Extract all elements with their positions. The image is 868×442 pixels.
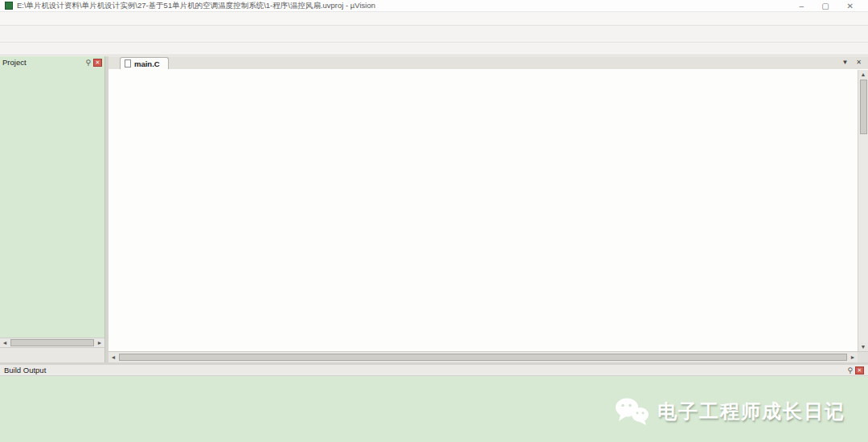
scroll-left-icon[interactable]: ◄ bbox=[0, 338, 10, 347]
scroll-right-icon[interactable]: ► bbox=[848, 353, 858, 362]
project-panel-tabs bbox=[0, 347, 104, 362]
project-panel-title: Project bbox=[2, 58, 27, 67]
editor-tab-bar: main.C ▼ ✕ bbox=[108, 56, 868, 70]
scroll-up-icon[interactable]: ▲ bbox=[858, 70, 868, 79]
wechat-icon bbox=[614, 397, 649, 426]
scroll-down-icon[interactable]: ▼ bbox=[858, 342, 868, 351]
close-button[interactable]: ✕ bbox=[847, 1, 854, 11]
project-tree bbox=[0, 68, 104, 338]
build-output-title: Build Output bbox=[4, 366, 46, 374]
code-editor[interactable] bbox=[108, 70, 858, 351]
maximize-button[interactable]: ▢ bbox=[821, 1, 829, 11]
scroll-left-icon[interactable]: ◄ bbox=[108, 353, 118, 362]
minimize-button[interactable]: – bbox=[800, 1, 805, 11]
tab-close-icon[interactable]: ✕ bbox=[856, 59, 862, 66]
project-hscrollbar[interactable]: ◄ ► bbox=[0, 338, 104, 347]
tab-list-dropdown-icon[interactable]: ▼ bbox=[841, 59, 848, 66]
uvision-window: E:\单片机设计资料\单片机设计实例\27-基于51单片机的空调温度控制系统\1… bbox=[0, 0, 868, 442]
title-bar: E:\单片机设计资料\单片机设计实例\27-基于51单片机的空调温度控制系统\1… bbox=[0, 0, 868, 12]
build-output-close-icon[interactable]: ✕ bbox=[855, 366, 864, 374]
watermark-text: 电子工程师成长日记 bbox=[657, 399, 845, 424]
menu-bar bbox=[0, 12, 868, 25]
scroll-right-icon[interactable]: ► bbox=[95, 338, 104, 347]
app-icon bbox=[5, 2, 13, 10]
pin-icon[interactable]: ⚲ bbox=[847, 366, 853, 374]
build-toolbar bbox=[0, 43, 868, 55]
main-toolbar bbox=[0, 25, 868, 43]
build-output-log: 电子工程师成长日记 bbox=[0, 376, 868, 442]
project-panel-close-icon[interactable]: ✕ bbox=[93, 59, 102, 67]
editor-hscrollbar[interactable]: ◄ ► bbox=[108, 351, 868, 362]
editor-vscrollbar[interactable]: ▲ ▼ bbox=[858, 70, 868, 351]
editor-area: main.C ▼ ✕ ▲ ▼ ◄ ► bbox=[108, 56, 868, 362]
window-title: E:\单片机设计资料\单片机设计实例\27-基于51单片机的空调温度控制系统\1… bbox=[17, 1, 375, 11]
tab-main-c[interactable]: main.C bbox=[120, 57, 169, 69]
file-icon bbox=[125, 59, 131, 68]
project-panel: Project ⚲ ✕ ◄ ► bbox=[0, 56, 105, 362]
build-output-panel: Build Output ⚲ ✕ 电子工程师成长日记 bbox=[0, 365, 868, 442]
pin-icon[interactable]: ⚲ bbox=[85, 59, 91, 67]
watermark: 电子工程师成长日记 bbox=[614, 397, 845, 426]
